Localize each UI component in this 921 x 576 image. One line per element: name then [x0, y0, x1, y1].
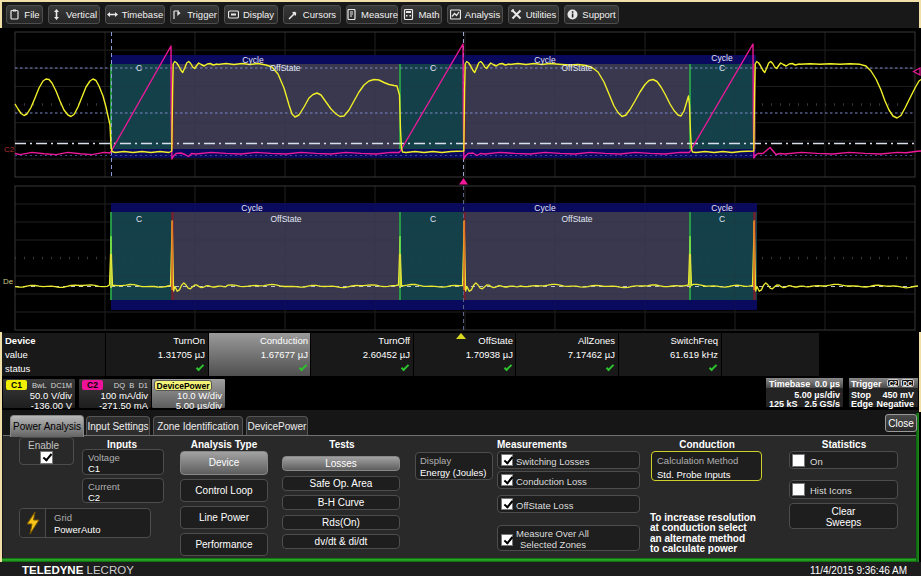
svg-text:C: C [719, 214, 725, 224]
svg-text:Cycle: Cycle [534, 203, 556, 213]
svg-text:Cycle: Cycle [711, 53, 733, 63]
svg-text:OffState: OffState [561, 214, 592, 224]
svg-text:Cycle: Cycle [242, 55, 264, 65]
svg-text:C: C [136, 214, 142, 224]
svg-text:C: C [136, 63, 142, 73]
svg-text:OffState: OffState [270, 214, 301, 224]
svg-text:Cycle: Cycle [534, 55, 556, 65]
svg-text:C: C [430, 214, 436, 224]
svg-text:Cycle: Cycle [241, 203, 263, 213]
svg-text:De: De [3, 277, 14, 286]
svg-text:OffState: OffState [561, 63, 592, 73]
svg-text:OffState: OffState [269, 63, 300, 73]
svg-text:C: C [719, 63, 725, 73]
svg-text:Cycle: Cycle [711, 203, 733, 213]
svg-text:C2: C2 [4, 145, 15, 154]
svg-text:C: C [430, 63, 436, 73]
